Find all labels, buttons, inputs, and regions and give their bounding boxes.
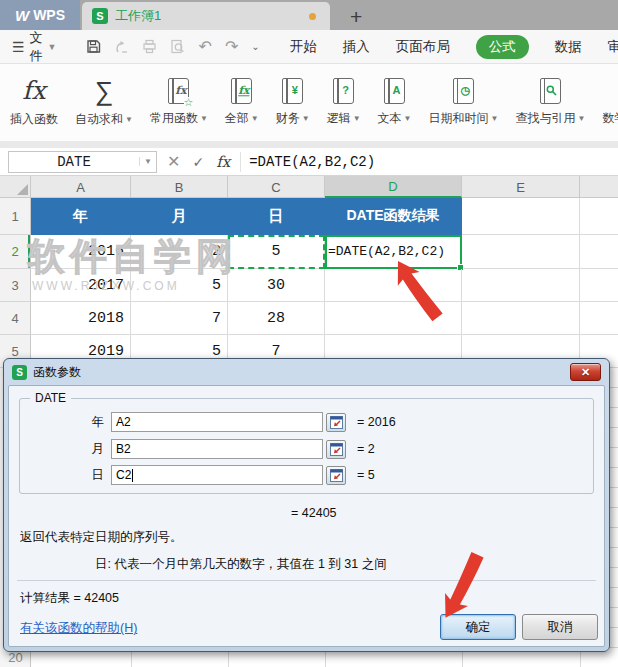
column-header-f-partial[interactable] xyxy=(580,176,618,198)
cell-e3[interactable] xyxy=(462,269,580,302)
tab-home[interactable]: 开始 xyxy=(290,38,317,56)
year-result: = 2016 xyxy=(357,415,396,429)
year-input[interactable]: A2 xyxy=(111,412,323,432)
day-range-picker-button[interactable] xyxy=(326,466,346,485)
autosum-label: 自动求和 xyxy=(75,111,123,128)
autosum-button[interactable]: ∑ 自动求和▼ xyxy=(75,77,133,128)
confirm-entry-icon[interactable]: ✓ xyxy=(192,154,204,170)
tab-insert[interactable]: 插入 xyxy=(343,38,370,56)
tab-formulas[interactable]: 公式 xyxy=(476,35,529,59)
dropdown-arrow-icon: ▼ xyxy=(491,114,499,123)
day-input[interactable]: C2 xyxy=(111,465,323,485)
sheet-grid: 1 年 月 日 DATE函数结果 2 2016 2 5 =DATE(A2,B2,… xyxy=(0,198,618,368)
redo-icon[interactable]: ↷ xyxy=(225,37,238,56)
column-header-b[interactable]: B xyxy=(131,176,228,198)
cell-b1[interactable]: 月 xyxy=(131,198,228,235)
window-tab-bar: W WPS S 工作簿1 + xyxy=(0,0,618,30)
function-help-link[interactable]: 有关该函数的帮助(H) xyxy=(20,620,137,637)
cell-c3[interactable]: 30 xyxy=(228,269,325,302)
function-description: 返回代表特定日期的序列号。 xyxy=(20,529,183,546)
cell-f1[interactable] xyxy=(580,198,618,235)
tab-page-layout[interactable]: 页面布局 xyxy=(396,38,450,56)
cell-b4[interactable]: 7 xyxy=(131,302,228,335)
year-range-picker-button[interactable] xyxy=(326,413,346,432)
function-arguments-dialog: S 函数参数 ✕ DATE 年 A2 = 2016 月 B2 = 2 xyxy=(3,358,610,652)
month-input[interactable]: B2 xyxy=(111,439,323,459)
dropdown-arrow-icon: ▼ xyxy=(302,114,310,123)
cell-e4[interactable] xyxy=(462,302,580,335)
dialog-title-bar[interactable]: S 函数参数 ✕ xyxy=(4,359,609,385)
math-trig-button[interactable]: ± 数学和三角 xyxy=(602,78,618,127)
book-clock-icon: ◷ xyxy=(453,78,474,104)
wps-menu-button[interactable]: W WPS xyxy=(0,0,80,30)
cell-c1[interactable]: 日 xyxy=(228,198,325,235)
date-time-button[interactable]: ◷ 日期和时间▼ xyxy=(429,78,499,127)
lookup-reference-button[interactable]: 查找与引用▼ xyxy=(515,78,585,127)
row-header-20[interactable]: 20 xyxy=(0,650,31,665)
column-header-d-selected[interactable]: D xyxy=(325,176,462,198)
cell-d2-active[interactable]: =DATE(A2,B2,C2) xyxy=(325,235,462,269)
cell-a3[interactable]: 2017 xyxy=(31,269,131,302)
cell-a2[interactable]: 2016 xyxy=(31,235,131,269)
lookup-reference-label: 查找与引用 xyxy=(515,110,575,127)
spreadsheet-doc-icon: S xyxy=(92,8,108,24)
cell-b3[interactable]: 5 xyxy=(131,269,228,302)
book-fx-icon: fx xyxy=(231,78,252,104)
year-input-value: A2 xyxy=(116,415,131,429)
cell-a1[interactable]: 年 xyxy=(31,198,131,235)
insert-function-fx-icon[interactable]: fx xyxy=(216,153,230,171)
new-tab-button[interactable]: + xyxy=(344,4,368,30)
text-button[interactable]: A 文本▼ xyxy=(378,78,412,127)
cancel-button[interactable]: 取消 xyxy=(522,614,598,640)
dropdown-arrow-icon: ▼ xyxy=(404,114,412,123)
insert-function-button[interactable]: fx 插入函数 xyxy=(10,77,58,128)
name-box-dropdown-icon[interactable]: ▼ xyxy=(139,157,156,166)
dialog-close-button[interactable]: ✕ xyxy=(570,363,601,381)
tab-review[interactable]: 审阅 xyxy=(608,38,618,56)
print-icon[interactable] xyxy=(142,39,157,54)
cell-e2[interactable] xyxy=(462,235,580,269)
fx-icon: fx xyxy=(22,77,45,105)
cell-c2-marching-ants[interactable]: 5 xyxy=(228,235,325,269)
row-header-1[interactable]: 1 xyxy=(0,198,31,235)
cell-d3[interactable] xyxy=(325,269,462,302)
row-header-3[interactable]: 3 xyxy=(0,269,31,302)
cell-e1[interactable] xyxy=(462,198,580,235)
document-tab[interactable]: S 工作簿1 xyxy=(82,2,330,30)
name-box-value: DATE xyxy=(9,154,139,170)
row-header-4[interactable]: 4 xyxy=(0,302,31,335)
undo-icon[interactable]: ↶ xyxy=(198,37,211,56)
name-box[interactable]: DATE ▼ xyxy=(8,151,157,173)
cell-f2[interactable] xyxy=(580,235,618,269)
cell-a4[interactable]: 2018 xyxy=(31,302,131,335)
cell-d4[interactable] xyxy=(325,302,462,335)
select-all-corner[interactable] xyxy=(0,176,31,197)
file-menu-button[interactable]: ☰ 文件 ▼ xyxy=(0,29,66,65)
ok-button[interactable]: 确定 xyxy=(440,614,516,640)
column-header-e[interactable]: E xyxy=(462,176,580,198)
month-range-picker-button[interactable] xyxy=(326,440,346,459)
dropdown-arrow-icon: ▼ xyxy=(200,114,208,123)
save-icon[interactable] xyxy=(86,39,101,54)
column-header-c[interactable]: C xyxy=(228,176,325,198)
print-preview-icon[interactable] xyxy=(170,39,185,54)
financial-button[interactable]: ¥ 财务▼ xyxy=(276,78,310,127)
cell-d1[interactable]: DATE函数结果 xyxy=(325,198,462,235)
cell-f4[interactable] xyxy=(580,302,618,335)
logical-button[interactable]: ? 逻辑▼ xyxy=(327,78,361,127)
cancel-entry-icon[interactable]: ✕ xyxy=(167,152,180,171)
tab-data[interactable]: 数据 xyxy=(555,38,582,56)
customize-toolbar-icon[interactable]: ⌄ xyxy=(251,41,259,52)
export-icon[interactable] xyxy=(114,39,129,54)
row-header-2-selected[interactable]: 2 xyxy=(0,235,31,269)
all-functions-button[interactable]: fx 全部▼ xyxy=(225,78,259,127)
cell-c4[interactable]: 28 xyxy=(228,302,325,335)
day-result: = 5 xyxy=(357,468,375,482)
hamburger-icon: ☰ xyxy=(12,39,25,55)
cell-f3[interactable] xyxy=(580,269,618,302)
cell-b2[interactable]: 2 xyxy=(131,235,228,269)
formula-input[interactable]: =DATE(A2,B2,C2) xyxy=(249,154,375,170)
common-functions-button[interactable]: fx☆ 常用函数▼ xyxy=(150,78,208,127)
date-time-label: 日期和时间 xyxy=(429,110,489,127)
column-header-a[interactable]: A xyxy=(31,176,131,198)
